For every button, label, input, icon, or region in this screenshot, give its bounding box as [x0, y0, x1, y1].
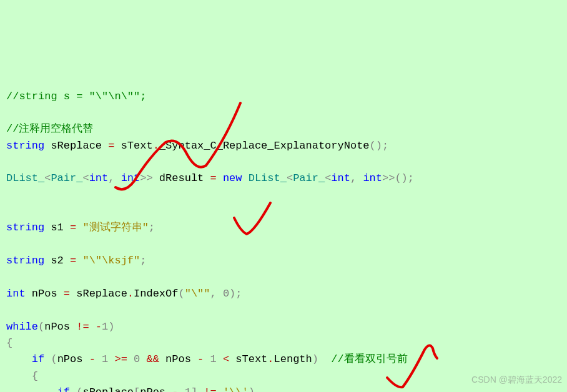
code-block: //string s = "\"\n\""; //注释用空格代替 string …	[6, 72, 567, 392]
type: DList_	[6, 172, 44, 184]
keyword: string	[6, 140, 44, 152]
watermark: CSDN @碧海蓝天2022	[471, 373, 562, 387]
comment-line: //string s = "\"\n\"";	[6, 91, 146, 102]
comment-line: //注释用空格代替	[6, 123, 93, 135]
